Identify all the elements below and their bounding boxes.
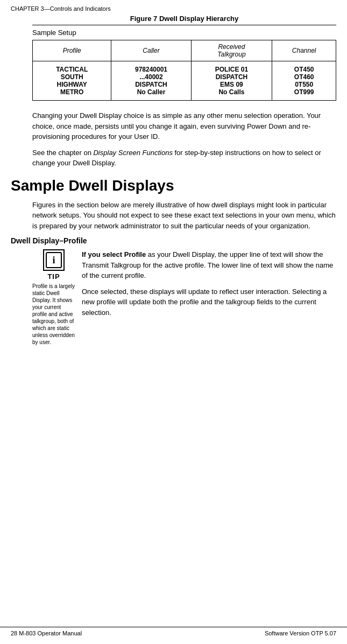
footer-right: Software Version OTP 5.07 <box>265 630 336 636</box>
tip-bold-prefix: If you select Profile <box>82 250 146 258</box>
figure-title: Figure 7 Dwell Display Hierarchy <box>32 15 336 25</box>
tip-caption: Profile is a largely static Dwell Displa… <box>32 283 75 346</box>
table-cell-received: POLICE 01DISPATCHEMS 09No Calls <box>191 61 272 101</box>
sub-section-heading: Dwell Display–Profile <box>11 236 336 245</box>
table-cell-caller: 978240001...40002DISPATCHNo Caller <box>111 61 191 101</box>
tip-box: i TIP Profile is a largely static Dwell … <box>32 249 75 346</box>
tip-icon: i <box>43 249 65 271</box>
chapter-header-text: CHAPTER 3—Controls and Indicators <box>11 5 111 12</box>
table-row: TACTICALSOUTHHIGHWAYMETRO 978240001...40… <box>33 61 336 101</box>
chapter-header: CHAPTER 3—Controls and Indicators <box>0 0 347 15</box>
profile-bold: Profile <box>124 250 146 258</box>
table-header-caller: Caller <box>111 40 191 61</box>
paragraph-2: See the chapter on Display Screen Functi… <box>32 148 336 169</box>
page-container: CHAPTER 3—Controls and Indicators Figure… <box>0 0 347 644</box>
tip-section: i TIP Profile is a largely static Dwell … <box>32 249 336 346</box>
italic-text: Display Screen Functions <box>93 149 172 157</box>
table-header-received: ReceivedTalkgroup <box>191 40 272 61</box>
tip-paragraph-2: Once selected, these displays will updat… <box>82 286 336 318</box>
table-header-profile: Profile <box>33 40 111 61</box>
dwell-table: Profile Caller ReceivedTalkgroup Channel… <box>32 40 336 101</box>
info-icon: i <box>45 251 62 269</box>
main-content: Figure 7 Dwell Display Hierarchy Sample … <box>0 15 347 364</box>
footer-left: 28 M-803 Operator Manual <box>11 630 82 636</box>
tip-paragraph-1: If you select Profile as your Dwell Disp… <box>82 249 336 281</box>
tip-label: TIP <box>47 272 60 281</box>
table-header-channel: Channel <box>272 40 336 61</box>
paragraph-1: Changing your Dwell Display choice is as… <box>32 110 336 142</box>
sample-setup-label: Sample Setup <box>32 29 336 37</box>
table-cell-channel: OT450OT4600T550OT999 <box>272 61 336 101</box>
table-cell-profile: TACTICALSOUTHHIGHWAYMETRO <box>33 61 111 101</box>
page-footer: 28 M-803 Operator Manual Software Versio… <box>0 627 347 636</box>
svg-text:i: i <box>52 255 55 265</box>
section-paragraph: Figures in the section below are merely … <box>32 200 336 232</box>
section-heading: Sample Dwell Displays <box>11 177 336 194</box>
tip-content: If you select Profile as your Dwell Disp… <box>82 249 336 346</box>
